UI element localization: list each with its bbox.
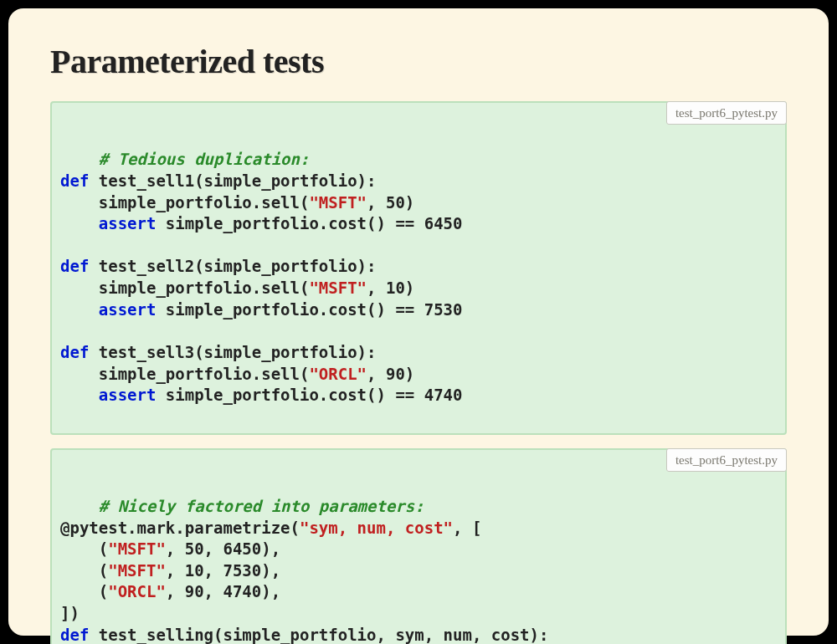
code-content: # Tedious duplication: def test_sell1(si… [60, 150, 462, 404]
filename-label: test_port6_pytest.py [666, 448, 787, 472]
slide: Parameterized tests test_port6_pytest.py… [8, 8, 829, 636]
code-block-parametrize: test_port6_pytest.py # Nicely factored i… [50, 448, 787, 644]
filename-label: test_port6_pytest.py [666, 101, 787, 125]
code-content: # Nicely factored into parameters: @pyte… [60, 497, 548, 644]
slide-title: Parameterized tests [50, 42, 787, 81]
code-block-tedious: test_port6_pytest.py # Tedious duplicati… [50, 101, 787, 435]
